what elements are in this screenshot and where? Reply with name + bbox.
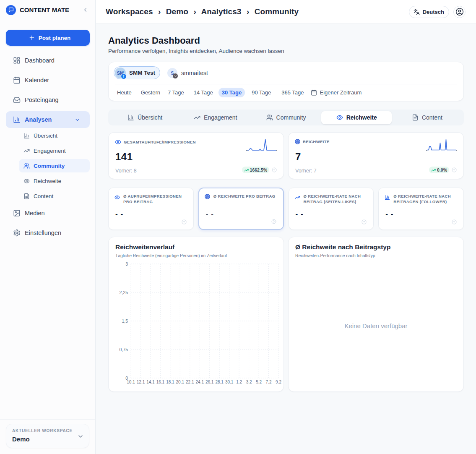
svg-text:12.1: 12.1	[137, 380, 145, 384]
svg-text:5.2: 5.2	[256, 380, 262, 384]
svg-text:26.1: 26.1	[205, 380, 214, 384]
svg-text:14.1: 14.1	[146, 380, 155, 384]
svg-text:1.2: 1.2	[236, 380, 242, 384]
svg-text:2,25: 2,25	[120, 290, 128, 295]
svg-text:1,5: 1,5	[122, 318, 128, 324]
svg-text:28.1: 28.1	[215, 380, 224, 384]
svg-text:24.1: 24.1	[196, 380, 204, 384]
svg-text:0,75: 0,75	[120, 347, 128, 352]
svg-text:3: 3	[125, 261, 128, 266]
svg-text:9.2: 9.2	[276, 380, 281, 384]
svg-text:18.1: 18.1	[166, 380, 174, 384]
svg-text:16.1: 16.1	[156, 380, 165, 384]
svg-text:22.1: 22.1	[186, 380, 194, 384]
svg-text:20.1: 20.1	[176, 380, 185, 384]
svg-text:30.1: 30.1	[225, 380, 234, 384]
svg-text:7.2: 7.2	[266, 380, 272, 384]
svg-text:3.2: 3.2	[246, 380, 252, 384]
svg-text:10.1: 10.1	[127, 380, 135, 384]
